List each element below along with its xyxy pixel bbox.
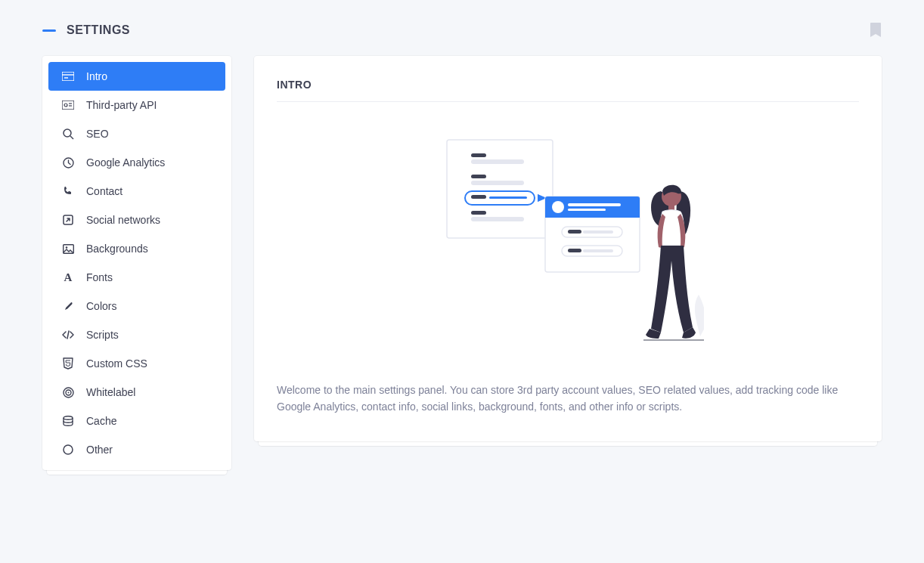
svg-point-17	[64, 445, 73, 454]
code-icon	[62, 329, 74, 341]
sidebar-item-whitelabel[interactable]: Whitelabel	[48, 378, 225, 407]
sidebar-item-label: Scripts	[86, 329, 119, 341]
bookmark-icon[interactable]	[870, 23, 882, 38]
sidebar-item-scripts[interactable]: Scripts	[48, 320, 225, 349]
svg-line-8	[70, 136, 73, 139]
title-accent-dash	[42, 29, 56, 32]
svg-rect-21	[471, 175, 486, 178]
sidebar-item-intro[interactable]: Intro	[48, 62, 225, 91]
share-icon	[62, 214, 74, 226]
sidebar-item-custom-css[interactable]: Custom CSS	[48, 349, 225, 378]
sidebar-item-other[interactable]: Other	[48, 435, 225, 464]
sidebar-item-google-analytics[interactable]: Google Analytics	[48, 148, 225, 177]
sidebar-item-third-party-api[interactable]: Third-party API	[48, 91, 225, 119]
id-card-icon	[62, 99, 74, 111]
svg-rect-18	[447, 140, 553, 238]
sidebar-item-seo[interactable]: SEO	[48, 119, 225, 148]
sidebar-item-backgrounds[interactable]: Backgrounds	[48, 234, 225, 263]
image-icon	[62, 243, 74, 255]
svg-rect-19	[471, 153, 486, 157]
search-icon	[62, 128, 74, 140]
svg-rect-29	[471, 217, 524, 221]
intro-description: Welcome to the main settings panel. You …	[277, 382, 859, 416]
svg-point-16	[64, 416, 73, 419]
card-icon	[62, 70, 74, 82]
sidebar-item-label: Backgrounds	[86, 243, 148, 255]
sidebar-item-fonts[interactable]: A Fonts	[48, 263, 225, 292]
svg-point-4	[64, 104, 67, 107]
svg-point-33	[552, 201, 564, 213]
sidebar-item-label: Intro	[86, 70, 107, 82]
sidebar-item-contact[interactable]: Contact	[48, 177, 225, 206]
page-title: SETTINGS	[67, 23, 130, 37]
sidebar-item-label: Whitelabel	[86, 386, 135, 398]
content-title: INTRO	[277, 79, 859, 102]
svg-rect-0	[62, 72, 74, 81]
sidebar-item-label: Custom CSS	[86, 357, 147, 370]
sidebar-item-label: Third-party API	[86, 99, 157, 111]
database-icon	[62, 415, 74, 427]
sidebar-item-label: Cache	[86, 415, 116, 427]
sidebar-item-label: SEO	[86, 128, 109, 140]
font-icon: A	[62, 271, 74, 283]
svg-rect-35	[568, 209, 606, 211]
svg-rect-25	[489, 196, 527, 199]
svg-rect-24	[471, 195, 486, 199]
svg-point-15	[67, 391, 69, 393]
svg-rect-32	[545, 215, 640, 218]
sidebar-item-label: Social networks	[86, 214, 160, 226]
phone-icon	[62, 185, 74, 197]
sidebar-item-label: Colors	[86, 300, 116, 312]
svg-rect-37	[568, 230, 581, 234]
target-icon	[62, 386, 74, 398]
sidebar-item-label: Google Analytics	[86, 156, 165, 169]
brush-icon	[62, 300, 74, 312]
sidebar-item-social-networks[interactable]: Social networks	[48, 206, 225, 234]
svg-rect-28	[471, 211, 486, 215]
sidebar-item-label: Other	[86, 444, 113, 456]
svg-point-12	[65, 246, 67, 249]
css-icon	[62, 357, 74, 370]
page-header: SETTINGS	[42, 23, 882, 38]
sidebar-item-cache[interactable]: Cache	[48, 407, 225, 435]
svg-rect-41	[583, 249, 613, 252]
svg-rect-40	[568, 249, 581, 252]
clock-icon	[62, 156, 74, 169]
svg-rect-20	[471, 159, 524, 164]
svg-rect-34	[568, 203, 621, 206]
sidebar-item-colors[interactable]: Colors	[48, 292, 225, 320]
circle-icon	[62, 444, 74, 456]
intro-illustration	[277, 132, 859, 344]
svg-rect-22	[471, 181, 524, 185]
sidebar-item-label: Fonts	[86, 271, 113, 283]
svg-rect-38	[583, 230, 613, 234]
sidebar-item-label: Contact	[86, 185, 122, 197]
svg-point-7	[64, 129, 71, 137]
content-panel: INTRO	[254, 56, 882, 441]
settings-sidebar: Intro Third-party API SEO Google Analyti…	[42, 56, 231, 470]
